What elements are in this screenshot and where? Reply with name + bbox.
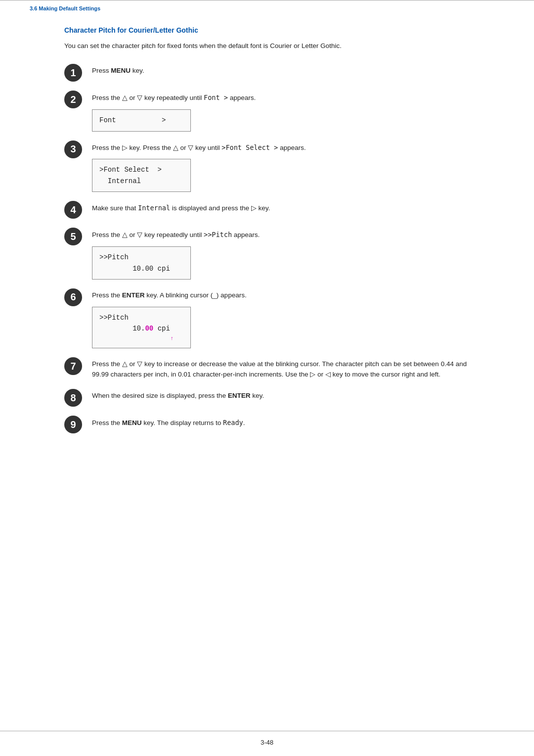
step-text-8: When the desired size is displayed, pres… [92, 391, 470, 401]
step-content-2: Press the △ or ▽ key repeatedly until Fo… [92, 91, 470, 131]
lcd-line-6-2: 10.00 cpi [99, 323, 183, 334]
step-text-5: Press the △ or ▽ key repeatedly until >>… [92, 230, 470, 240]
lcd-display-5: >>Pitch 10.00 cpi [92, 246, 191, 280]
step-number-7: 7 [64, 357, 82, 375]
page-number: 3-48 [261, 739, 273, 746]
page-container: 3.6 Making Default Settings Character Pi… [0, 0, 534, 756]
step-content-5: Press the △ or ▽ key repeatedly until >>… [92, 228, 470, 280]
lcd-ref-5: >>Pitch [204, 231, 232, 238]
step-9: 9 Press the MENU key. The display return… [64, 416, 470, 433]
step-text-7: Press the △ or ▽ key to increase or decr… [92, 359, 470, 380]
step-content-7: Press the △ or ▽ key to increase or decr… [92, 357, 470, 380]
enter-key-6: ENTER [122, 291, 145, 299]
step-1: 1 Press MENU key. [64, 64, 470, 82]
step-number-2: 2 [64, 91, 82, 108]
step-text-9: Press the MENU key. The display returns … [92, 418, 470, 428]
enter-key-8: ENTER [228, 392, 251, 399]
step-number-4: 4 [64, 201, 82, 219]
lcd-line-6-1: >>Pitch [99, 312, 183, 323]
step-content-9: Press the MENU key. The display returns … [92, 416, 470, 428]
step-content-8: When the desired size is displayed, pres… [92, 389, 470, 401]
lcd-line-5-2: 10.00 cpi [99, 263, 183, 274]
step-5: 5 Press the △ or ▽ key repeatedly until … [64, 228, 470, 280]
step-8: 8 When the desired size is displayed, pr… [64, 389, 470, 407]
step-6: 6 Press the ENTER key. A blinking cursor… [64, 288, 470, 348]
step-content-3: Press the ▷ key. Press the △ or ▽ key un… [92, 141, 470, 192]
menu-key-1: MENU [111, 67, 131, 74]
cursor-chars: 00 [145, 325, 153, 332]
lcd-line-5-1: >>Pitch [99, 252, 183, 263]
internal-ref: Internal [138, 204, 170, 212]
step-number-1: 1 [64, 64, 82, 82]
lcd-display-6: >>Pitch 10.00 cpi ↑ [92, 307, 191, 348]
lcd-line-2-1: Font > [99, 115, 183, 126]
content-area: Character Pitch for Courier/Letter Gothi… [0, 11, 534, 472]
section-title: Character Pitch for Courier/Letter Gothi… [64, 26, 470, 34]
intro-text: You can set the character pitch for fixe… [64, 41, 470, 51]
step-content-1: Press MENU key. [92, 64, 470, 76]
bottom-rule [0, 731, 534, 731]
step-2: 2 Press the △ or ▽ key repeatedly until … [64, 91, 470, 131]
lcd-display-3: >Font Select > Internal [92, 159, 191, 192]
step-text-6: Press the ENTER key. A blinking cursor (… [92, 290, 470, 301]
lcd-line-3-1: >Font Select > [99, 164, 183, 175]
lcd-line-3-2: Internal [99, 176, 183, 187]
step-text-3: Press the ▷ key. Press the △ or ▽ key un… [92, 142, 470, 153]
step-number-5: 5 [64, 228, 82, 245]
cursor-arrow: ↑ [99, 334, 183, 343]
step-text-4: Make sure that Internal is displayed and… [92, 203, 470, 214]
step-number-9: 9 [64, 416, 82, 433]
step-7: 7 Press the △ or ▽ key to increase or de… [64, 357, 470, 380]
step-text-2: Press the △ or ▽ key repeatedly until Fo… [92, 93, 470, 103]
step-3: 3 Press the ▷ key. Press the △ or ▽ key … [64, 141, 470, 192]
breadcrumb: 3.6 Making Default Settings [0, 0, 534, 11]
step-number-6: 6 [64, 288, 82, 306]
step-number-3: 3 [64, 141, 82, 158]
step-content-6: Press the ENTER key. A blinking cursor (… [92, 288, 470, 348]
step-4: 4 Make sure that Internal is displayed a… [64, 201, 470, 219]
lcd-ref-2: Font > [204, 94, 228, 101]
ready-ref: Ready [223, 419, 243, 426]
menu-key-9: MENU [122, 419, 142, 426]
lcd-display-2: Font > [92, 109, 191, 131]
lcd-ref-3: >Font Select > [222, 143, 278, 151]
step-number-8: 8 [64, 389, 82, 407]
step-content-4: Make sure that Internal is displayed and… [92, 201, 470, 214]
step-text-1: Press MENU key. [92, 66, 470, 76]
